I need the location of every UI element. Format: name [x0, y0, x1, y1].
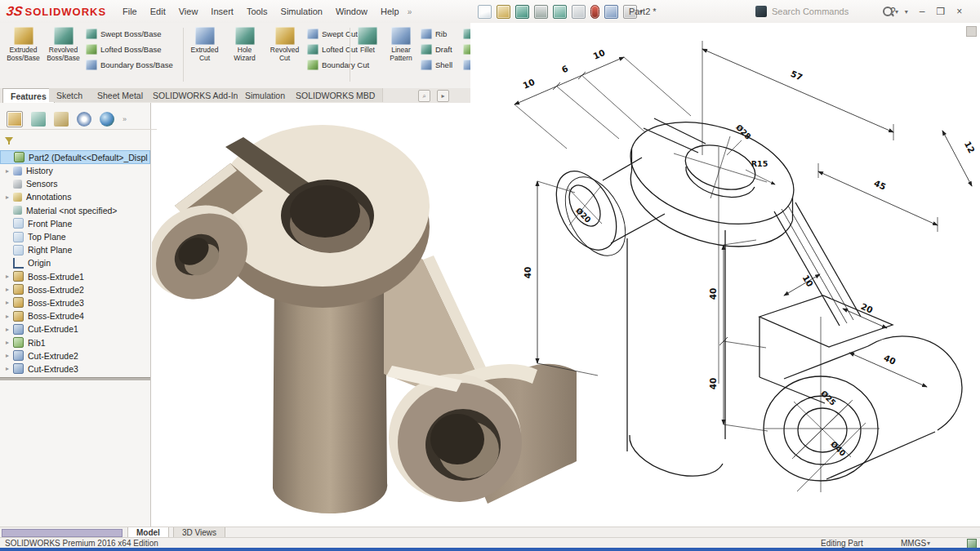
print-icon[interactable]: [534, 5, 548, 19]
tree-item-boss-extrude2[interactable]: ▸ Boss-Extrude2: [0, 283, 150, 296]
expand-arrow-icon[interactable]: ▸: [6, 299, 13, 306]
tree-item-material[interactable]: Material <not specified>: [0, 204, 150, 217]
tree-item-annotations[interactable]: ▸ Annotations: [0, 190, 150, 203]
extruded-boss-label: Extruded Boss/Base: [7, 47, 40, 62]
revolved-cut-label: Revolved Cut: [270, 47, 299, 62]
menu-file[interactable]: File: [116, 0, 144, 23]
swept-boss-button[interactable]: Swept Boss/Base: [83, 28, 180, 40]
expand-arrow-icon[interactable]: ▸: [6, 313, 13, 320]
tree-splitter[interactable]: [0, 377, 150, 380]
tab-simulation[interactable]: Simulation: [238, 88, 293, 102]
tree-item-boss-extrude1[interactable]: ▸ Boss-Extrude1: [0, 270, 150, 283]
menu-window[interactable]: Window: [329, 0, 374, 23]
tree-root-part[interactable]: Part2 (Default<<Default>_Displ: [0, 150, 150, 164]
tree-item-right-plane[interactable]: Right Plane: [0, 243, 150, 256]
wrap-button[interactable]: Wrap: [461, 28, 470, 40]
technical-drawing[interactable]: 57 45 12 10 6 10 40 40 40 10 20 40 Ø28 R…: [497, 24, 980, 527]
minimize-button[interactable]: –: [920, 6, 925, 17]
open-icon[interactable]: [497, 5, 510, 19]
linear-pattern-button[interactable]: Linear Pattern: [384, 23, 418, 62]
revolved-boss-button[interactable]: Revolved Boss/Base: [43, 23, 83, 62]
hole-wizard-button[interactable]: Hole Wizard: [225, 23, 265, 62]
shell-button[interactable]: Shell: [418, 59, 461, 71]
expand-arrow-icon[interactable]: ▸: [6, 339, 13, 346]
dim-dia20: Ø20: [574, 206, 593, 224]
featuremanager-tab-icon[interactable]: [7, 111, 23, 127]
tree-item-sensors[interactable]: Sensors: [0, 177, 150, 190]
menu-insert[interactable]: Insert: [204, 0, 240, 23]
tab-solidworks-add-ins[interactable]: SOLIDWORKS Add-Ins: [145, 88, 251, 102]
extruded-boss-button[interactable]: Extruded Boss/Base: [3, 23, 43, 62]
lofted-cut-icon: [307, 44, 318, 55]
lofted-boss-button[interactable]: Lofted Boss/Base: [83, 43, 180, 56]
fillet-icon: [358, 27, 377, 45]
select-cursor-icon[interactable]: [572, 5, 586, 19]
tree-item-history[interactable]: ▸ History: [0, 164, 150, 177]
zoom-tool-icon[interactable]: ⌕: [418, 90, 430, 102]
configurationmanager-tab-icon[interactable]: [54, 112, 69, 127]
expand-arrow-icon[interactable]: ▸: [6, 273, 13, 280]
extruded-cut-button[interactable]: Extruded Cut: [185, 23, 225, 62]
fillet-button[interactable]: Fillet: [351, 23, 384, 55]
menu-help[interactable]: Help: [374, 0, 406, 23]
tree-item-boss-extrude3[interactable]: ▸ Boss-Extrude3: [0, 296, 150, 309]
appearance-icon[interactable]: [604, 5, 618, 19]
search-input[interactable]: Search Commands: [772, 4, 878, 19]
feature-manager-tabs: »: [0, 109, 157, 130]
tree-item-cut-extrude1[interactable]: ▸ Cut-Extrude1: [0, 322, 150, 335]
display-pane-icon[interactable]: ▸: [437, 90, 449, 102]
menu-view[interactable]: View: [172, 0, 205, 23]
revolved-boss-label: Revolved Boss/Base: [47, 47, 80, 62]
help-button[interactable]: ?: [890, 6, 896, 17]
tree-item-rib1[interactable]: ▸ Rib1: [0, 335, 150, 349]
document-title: Part2 *: [629, 0, 657, 23]
save-icon[interactable]: [515, 5, 529, 19]
menu-edit[interactable]: Edit: [144, 0, 172, 23]
tab-features[interactable]: Features: [2, 88, 55, 104]
displaymanager-tab-icon[interactable]: [100, 112, 114, 127]
expand-arrow-icon[interactable]: ▸: [6, 326, 13, 333]
help-caret-icon[interactable]: ▾: [905, 8, 908, 16]
expand-arrow-icon[interactable]: ▸: [6, 167, 13, 175]
tree-item-cut-extrude3[interactable]: ▸ Cut-Extrude3: [0, 362, 150, 375]
extruded-cut-icon: [195, 27, 215, 45]
menu-tools[interactable]: Tools: [240, 0, 274, 23]
boundary-boss-icon: [86, 60, 97, 70]
tree-item-cut-extrude2[interactable]: ▸ Cut-Extrude2: [0, 349, 150, 362]
close-button[interactable]: ×: [956, 6, 962, 17]
tab-solidworks-mbd[interactable]: SOLIDWORKS MBD: [288, 88, 383, 102]
propertymanager-tab-icon[interactable]: [31, 112, 46, 127]
menu-pin-icon[interactable]: »: [408, 7, 412, 16]
expand-arrow-icon[interactable]: ▸: [6, 365, 13, 372]
expand-arrow-icon[interactable]: ▸: [6, 352, 13, 359]
mirror-button[interactable]: Mirror: [461, 59, 470, 71]
hole-wizard-icon: [235, 27, 255, 45]
tree-item-boss-extrude4[interactable]: ▸ Boss-Extrude4: [0, 309, 150, 322]
tree-filter-row[interactable]: [5, 132, 145, 147]
tab-sheet-metal[interactable]: Sheet Metal: [90, 88, 151, 102]
expand-arrow-icon[interactable]: ▸: [6, 286, 13, 293]
rib-button[interactable]: Rib: [418, 28, 461, 40]
fm-tabs-chevron-icon[interactable]: »: [122, 115, 127, 123]
new-file-icon[interactable]: [478, 5, 492, 19]
dimxpertmanager-tab-icon[interactable]: [77, 112, 91, 127]
revolved-cut-button[interactable]: Revolved Cut: [265, 23, 305, 62]
boundary-boss-button[interactable]: Boundary Boss/Base: [83, 59, 180, 71]
undo-icon[interactable]: [553, 5, 567, 19]
expand-arrow-icon[interactable]: ▸: [6, 193, 13, 201]
draft-button[interactable]: Draft: [418, 43, 461, 56]
rebuild-icon[interactable]: [590, 5, 599, 19]
units-label: MMGS: [901, 539, 926, 548]
menu-simulation[interactable]: Simulation: [274, 0, 329, 23]
tree-item-front-plane[interactable]: Front Plane: [0, 217, 150, 230]
restore-button[interactable]: ❒: [936, 6, 945, 17]
swept-boss-label: Swept Boss/Base: [100, 29, 161, 38]
intersect-icon: [463, 44, 470, 55]
sensors-icon: [13, 180, 22, 189]
tree-item-top-plane[interactable]: Top Plane: [0, 230, 150, 243]
intersect-button[interactable]: Intersect: [461, 43, 470, 56]
horizontal-scrollbar-thumb[interactable]: [2, 529, 122, 537]
cut-extrude-icon: [13, 363, 24, 374]
tree-item-origin[interactable]: Origin: [0, 256, 150, 269]
tab-sketch[interactable]: Sketch: [49, 88, 91, 102]
